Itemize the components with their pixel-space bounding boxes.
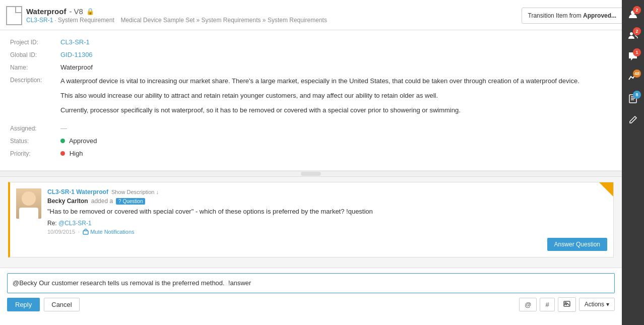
transition-button[interactable]: Transition Item from Approved... ▼ (522, 8, 638, 24)
comment-author-row: Becky Carlton added a ? Question (47, 198, 607, 205)
global-id-row: Global ID: GID-11306 (10, 51, 612, 58)
item-version: - V8 (69, 7, 83, 16)
status-label: Status: (10, 137, 60, 145)
divider-handle[interactable] (301, 172, 321, 176)
comment-section: CL3-SR-1 Waterproof Show Description ↓ B… (0, 177, 622, 268)
assigned-value: — (60, 124, 67, 132)
status-text: Approved (69, 137, 97, 145)
name-row: Name: Waterproof (10, 63, 612, 71)
reply-area: Reply Cancel @ # Actions ▾ (0, 268, 622, 317)
show-description[interactable]: Show Description ↓ (111, 189, 159, 195)
document-icon (6, 6, 22, 25)
breadcrumb: CL3-SR-1 · System Requirement Medical De… (26, 17, 327, 24)
comment-date: 10/09/2015 (47, 229, 75, 235)
sidebar-user-icon[interactable]: 2 (623, 4, 643, 24)
svg-point-1 (630, 32, 633, 35)
status-row: Status: Approved (10, 137, 612, 145)
comment-body: CL3-SR-1 Waterproof Show Description ↓ B… (47, 188, 607, 251)
status-dot-green (60, 139, 65, 143)
top-bar: Waterproof - V8 🔒 CL3-SR-1 · System Requ… (0, 0, 644, 30)
assigned-row: Assigned: — (10, 124, 612, 132)
breadcrumb-sep1: · (54, 17, 56, 24)
sidebar-activity-icon[interactable]: 48 (623, 68, 643, 88)
assigned-label: Assigned: (10, 124, 60, 132)
breadcrumb-sep2 (116, 17, 119, 24)
question-badge[interactable]: ? Question (116, 198, 145, 205)
show-description-text: Show Description ↓ (111, 189, 159, 195)
item-details: Project ID: CL3-SR-1 Global ID: GID-1130… (0, 30, 622, 171)
priority-label: Priority: (10, 150, 60, 157)
name-label: Name: (10, 63, 60, 71)
at-mention-button[interactable]: @ (519, 298, 537, 311)
mute-notifications-link[interactable]: Mute Notifications (83, 229, 134, 235)
sidebar-version-icon[interactable]: 8 (623, 89, 643, 109)
description-value: A waterproof device is vital to increasi… (60, 76, 579, 119)
comment-ref-link[interactable]: @CL3-SR-1 (58, 220, 92, 227)
version-badge: 8 (633, 91, 641, 99)
transition-button-label[interactable]: Transition Item from Approved... (522, 10, 623, 22)
comment-header: CL3-SR-1 Waterproof Show Description ↓ (47, 188, 607, 196)
global-id-label: Global ID: (10, 51, 60, 58)
priority-text: High (70, 150, 83, 157)
sidebar-people-icon[interactable]: 2 (623, 25, 643, 45)
project-id-label: Project ID: (10, 38, 60, 46)
priority-value: High (60, 150, 83, 157)
lock-icon: 🔒 (86, 8, 94, 15)
title-area: Waterproof - V8 🔒 CL3-SR-1 · System Requ… (26, 7, 327, 24)
people-badge: 2 (633, 27, 641, 35)
comment-ref: Re: @CL3-SR-1 (47, 220, 607, 227)
user-badge: 2 (633, 6, 641, 14)
item-title: Waterproof (26, 7, 66, 16)
comment-card: CL3-SR-1 Waterproof Show Description ↓ B… (8, 182, 614, 257)
comment-action: added a (91, 198, 113, 205)
comment-author: Becky Carlton (47, 198, 88, 205)
answer-btn-row: Answer Question (47, 238, 607, 251)
reply-tools: @ # Actions ▾ (519, 297, 615, 312)
hash-button[interactable]: # (540, 298, 554, 311)
description-row: Description: A waterproof device is vita… (10, 76, 612, 119)
comment-item-link[interactable]: CL3-SR-1 Waterproof (47, 188, 108, 196)
status-value: Approved (60, 137, 97, 145)
svg-rect-7 (83, 231, 88, 234)
breadcrumb-item-type: System Requirement (58, 17, 114, 24)
image-button[interactable] (558, 297, 576, 312)
actions-button[interactable]: Actions ▾ (579, 298, 615, 311)
cancel-button[interactable]: Cancel (44, 298, 79, 311)
content-area: Project ID: CL3-SR-1 Global ID: GID-1130… (0, 30, 622, 325)
reply-button[interactable]: Reply (7, 298, 40, 311)
description-label: Description: (10, 76, 60, 119)
priority-row: Priority: High (10, 150, 612, 157)
priority-dot-red (60, 151, 65, 156)
comment-sep: · (78, 229, 80, 235)
right-sidebar: 2 2 1 48 8 (622, 0, 644, 325)
project-id-value: CL3-SR-1 (60, 38, 90, 46)
reply-input[interactable] (7, 273, 615, 293)
project-id-row: Project ID: CL3-SR-1 (10, 38, 612, 46)
description-p2: This also would increase our ability to … (60, 91, 579, 101)
description-p3: Currently, processor specifically is not… (60, 105, 579, 116)
divider (0, 171, 622, 177)
reply-actions: Reply Cancel @ # Actions ▾ (7, 297, 615, 312)
name-value: Waterproof (60, 63, 93, 71)
sidebar-comment-icon[interactable]: 1 (623, 46, 643, 67)
breadcrumb-project-id[interactable]: CL3-SR-1 (26, 17, 53, 24)
comment-meta: 10/09/2015 · Mute Notifications (47, 229, 607, 235)
description-p1: A waterproof device is vital to increasi… (60, 76, 579, 87)
main-content: Project ID: CL3-SR-1 Global ID: GID-1130… (0, 30, 644, 325)
sidebar-edit-icon[interactable] (623, 110, 643, 130)
global-id-value: GID-11306 (60, 51, 93, 58)
activity-badge: 48 (633, 70, 641, 78)
global-id-link[interactable]: GID-11306 (60, 51, 93, 58)
project-id-link[interactable]: CL3-SR-1 (60, 38, 90, 46)
comment-text: "Has to be removed or covered with speci… (47, 207, 607, 217)
answer-question-button[interactable]: Answer Question (547, 238, 607, 251)
avatar (16, 188, 41, 219)
comment-badge: 1 (633, 48, 641, 56)
breadcrumb-path: Medical Device Sample Set » System Requi… (120, 17, 327, 24)
